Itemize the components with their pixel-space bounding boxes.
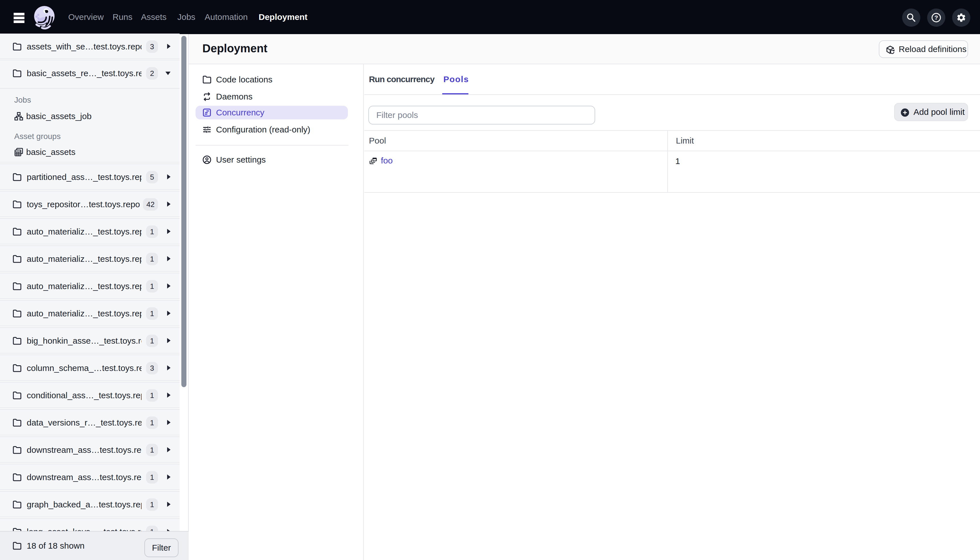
svg-text:?: ? (935, 14, 938, 21)
